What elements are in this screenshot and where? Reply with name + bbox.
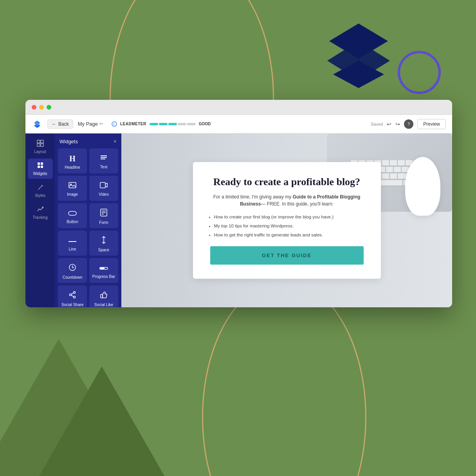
bg-triangles [0,319,196,476]
svg-rect-9 [41,140,43,143]
leadmeter-icon: L [112,121,117,127]
widgets-grid: H Headline Text Image [58,148,118,307]
widget-line[interactable]: Line [58,231,87,256]
logo-diamonds [319,20,398,99]
styles-label: Styles [35,193,45,198]
video-icon [100,182,108,190]
app-content: Layout Widgets Styles Tracking [25,133,452,307]
sidebar-item-styles[interactable]: Styles [28,180,53,201]
app-toolbar: ← Back My Page ✏ L LEADMETER GOOD [25,115,452,133]
widget-button[interactable]: Button [58,203,87,228]
help-label: ? [407,122,410,126]
widget-progress-bar[interactable]: Progress Bar [89,258,118,283]
social-share-label: Social Share [61,303,84,307]
svg-rect-19 [69,182,76,188]
tracking-label: Tracking [33,215,48,220]
lp-subtitle-after: — FREE. In this guide, you'll learn: [261,201,334,207]
dot-maximize[interactable] [47,105,51,110]
svg-line-35 [71,293,74,294]
widgets-close-button[interactable]: × [114,138,117,144]
close-icon: × [114,138,117,144]
svg-rect-8 [37,140,40,143]
purple-circle-decoration [398,51,441,94]
form-label: Form [99,220,108,225]
image-icon [69,182,76,190]
left-sidebar: Layout Widgets Styles Tracking [25,133,55,307]
widget-text[interactable]: Text [89,148,118,173]
help-button[interactable]: ? [404,119,413,129]
headline-label: Headline [65,165,80,169]
layout-label: Layout [34,150,46,154]
space-icon [100,236,107,246]
text-label: Text [100,165,107,169]
lm-seg-2 [159,123,168,125]
preview-button[interactable]: Preview [417,119,446,129]
sidebar-item-tracking[interactable]: Tracking [28,202,53,223]
dot-close[interactable] [32,105,36,110]
sidebar-item-widgets[interactable]: Widgets [28,159,53,179]
saved-label: Saved [371,122,383,126]
sidebar-item-layout[interactable]: Layout [28,137,53,157]
headline-icon: H [69,154,76,163]
svg-rect-11 [41,144,43,146]
widgets-panel-title: Widgets [60,139,78,144]
leadmeter-label: LEADMETER [120,122,146,126]
svg-rect-15 [41,166,43,168]
toolbar-right: Saved ↩ ↪ ? Preview [371,119,446,129]
line-icon [68,237,77,245]
svg-rect-12 [38,162,40,165]
widget-image[interactable]: Image [58,176,87,201]
countdown-icon [69,263,76,273]
browser-window: ← Back My Page ✏ L LEADMETER GOOD [25,100,452,307]
app-logo-svg [32,120,43,128]
edit-icon[interactable]: ✏ [99,121,103,126]
widgets-icon [37,162,44,170]
redo-button[interactable]: ↪ [395,121,400,127]
svg-line-36 [71,295,74,297]
svg-point-34 [70,294,72,296]
lm-seg-4 [178,123,186,125]
back-button[interactable]: ← Back [47,119,73,129]
social-like-icon [100,291,108,301]
lp-subtitle: For a limited time, I'm giving away my G… [210,193,364,207]
widget-headline[interactable]: H Headline [58,148,87,173]
widgets-header: Widgets × [58,137,118,148]
button-label: Button [67,220,78,224]
video-label: Video [99,192,108,197]
layout-icon [37,140,44,148]
widget-countdown[interactable]: Countdown [58,258,87,283]
leadmeter-section: L LEADMETER GOOD [112,121,211,127]
svg-rect-21 [100,182,105,188]
preview-label: Preview [423,121,440,127]
space-label: Space [98,248,109,252]
headphones-decoration [405,157,440,216]
svg-point-33 [74,296,76,298]
social-like-label: Social Like [94,303,113,307]
lm-seg-1 [150,123,158,125]
undo-button[interactable]: ↩ [387,121,391,127]
widget-space[interactable]: Space [89,231,118,256]
lm-seg-3 [168,123,177,125]
triangle-medium [39,366,164,476]
landing-page-card: Ready to create a profitable blog? For a… [193,162,381,278]
landing-page-preview: Ready to create a profitable blog? For a… [121,133,452,307]
widget-social-share[interactable]: Social Share [58,285,87,307]
lp-title: Ready to create a profitable blog? [210,176,364,188]
svg-rect-10 [37,144,40,146]
widget-video[interactable]: Video [89,176,118,201]
form-icon [100,209,107,218]
triangle-dark [0,339,137,476]
page-canvas[interactable]: Ready to create a profitable blog? For a… [121,133,452,307]
svg-rect-37 [101,294,103,298]
progress-bar-icon [99,264,108,272]
dot-minimize[interactable] [39,105,44,110]
lp-bullet-2: My top 10 tips for mastering Wordpress. [214,222,364,230]
svg-rect-31 [100,267,105,269]
good-label: GOOD [199,122,211,126]
page-name: My Page ✏ [78,121,103,127]
widget-social-like[interactable]: Social Like [89,285,118,307]
lp-cta-button[interactable]: GET THE GUIDE [210,246,364,265]
widget-form[interactable]: Form [89,203,118,228]
app-logo [32,120,43,128]
back-label: Back [58,121,69,127]
